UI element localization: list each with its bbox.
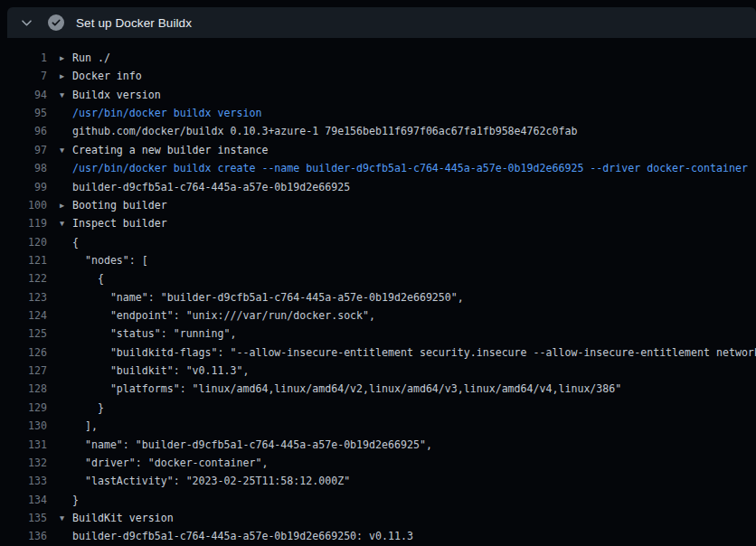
group-label: Booting builder bbox=[72, 199, 167, 212]
log-line: 97▼Creating a new builder instance bbox=[0, 141, 756, 159]
log-line: 130 ], bbox=[0, 417, 756, 435]
line-number[interactable]: 123 bbox=[0, 288, 47, 306]
line-number[interactable]: 130 bbox=[0, 417, 47, 435]
log-output-text: "name": "builder-d9cfb5a1-c764-445a-a57e… bbox=[60, 436, 432, 454]
line-number[interactable]: 136 bbox=[0, 527, 47, 545]
line-number[interactable]: 124 bbox=[0, 306, 47, 325]
line-number[interactable]: 7 bbox=[0, 67, 47, 85]
log-line: 96github.com/docker/buildx 0.10.3+azure-… bbox=[0, 122, 756, 140]
line-number[interactable]: 120 bbox=[0, 233, 47, 251]
triangle-down-icon: ▼ bbox=[60, 86, 72, 104]
group-label: Inspect builder bbox=[72, 217, 167, 230]
actions-log-viewer: Set up Docker Buildx 1▶Run ./7▶Docker in… bbox=[0, 0, 756, 546]
log-command-text: /usr/bin/docker buildx create --name bui… bbox=[60, 159, 748, 177]
log-line: 121 "nodes": [ bbox=[0, 251, 756, 269]
line-number[interactable]: 131 bbox=[0, 436, 47, 454]
log-output-text: "nodes": [ bbox=[60, 251, 148, 269]
triangle-right-icon: ▶ bbox=[60, 67, 72, 85]
step-header[interactable]: Set up Docker Buildx bbox=[7, 7, 756, 38]
group-label: Creating a new builder instance bbox=[72, 144, 268, 156]
log-line: 135▼BuildKit version bbox=[0, 509, 756, 527]
log-line: 7▶Docker info bbox=[0, 67, 756, 85]
line-number[interactable]: 128 bbox=[0, 380, 47, 398]
log-group-toggle[interactable]: ▼Inspect builder bbox=[60, 214, 167, 232]
line-number[interactable]: 94 bbox=[0, 86, 47, 104]
log-output-text: github.com/docker/buildx 0.10.3+azure-1 … bbox=[60, 122, 577, 140]
line-number[interactable]: 127 bbox=[0, 362, 47, 380]
group-label: Run ./ bbox=[72, 52, 110, 64]
log-line: 1▶Run ./ bbox=[0, 49, 756, 67]
line-number[interactable]: 134 bbox=[0, 491, 47, 509]
log-line: 124 "endpoint": "unix:///var/run/docker.… bbox=[0, 306, 756, 325]
line-number[interactable]: 119 bbox=[0, 214, 47, 232]
log-line: 133 "lastActivity": "2023-02-25T11:58:12… bbox=[0, 472, 756, 490]
group-label: Docker info bbox=[72, 70, 142, 82]
line-number[interactable]: 95 bbox=[0, 104, 47, 122]
line-number[interactable]: 98 bbox=[0, 159, 47, 177]
line-number[interactable]: 135 bbox=[0, 509, 47, 527]
log-line: 126 "buildkitd-flags": "--allow-insecure… bbox=[0, 344, 756, 362]
log-group-toggle[interactable]: ▼BuildKit version bbox=[60, 509, 174, 527]
log-line: 134} bbox=[0, 491, 756, 509]
line-number[interactable]: 133 bbox=[0, 472, 47, 490]
line-number[interactable]: 121 bbox=[0, 251, 47, 269]
log-line: 95/usr/bin/docker buildx version bbox=[0, 104, 756, 122]
line-number[interactable]: 129 bbox=[0, 399, 47, 417]
step-title: Set up Docker Buildx bbox=[76, 16, 192, 30]
line-number[interactable]: 97 bbox=[0, 141, 47, 159]
log-output-text: "buildkitd-flags": "--allow-insecure-ent… bbox=[60, 344, 756, 362]
log-lines: 1▶Run ./7▶Docker info94▼Buildx version95… bbox=[0, 38, 756, 546]
line-number[interactable]: 99 bbox=[0, 178, 47, 196]
group-label: BuildKit version bbox=[72, 512, 174, 524]
line-number[interactable]: 132 bbox=[0, 454, 47, 472]
log-line: 132 "driver": "docker-container", bbox=[0, 454, 756, 472]
log-output-text: "buildkit": "v0.11.3", bbox=[60, 362, 249, 380]
triangle-right-icon: ▶ bbox=[60, 196, 72, 214]
log-line: 120{ bbox=[0, 233, 756, 251]
log-line: 136builder-d9cfb5a1-c764-445a-a57e-0b19d… bbox=[0, 527, 756, 545]
log-output-text: "status": "running", bbox=[60, 325, 236, 343]
log-output-text: "driver": "docker-container", bbox=[60, 454, 268, 472]
log-line: 98/usr/bin/docker buildx create --name b… bbox=[0, 159, 756, 177]
log-line: 131 "name": "builder-d9cfb5a1-c764-445a-… bbox=[0, 436, 756, 454]
line-number[interactable]: 125 bbox=[0, 325, 47, 343]
line-number[interactable]: 1 bbox=[0, 49, 47, 67]
line-number[interactable]: 96 bbox=[0, 122, 47, 140]
log-command-text: /usr/bin/docker buildx version bbox=[60, 104, 261, 122]
log-output-text: builder-d9cfb5a1-c764-445a-a57e-0b19d2e6… bbox=[60, 178, 350, 196]
log-line: 125 "status": "running", bbox=[0, 325, 756, 343]
triangle-down-icon: ▼ bbox=[60, 141, 72, 159]
log-group-toggle[interactable]: ▶Run ./ bbox=[60, 49, 110, 67]
log-line: 122 { bbox=[0, 269, 756, 287]
log-line: 119▼Inspect builder bbox=[0, 214, 756, 232]
line-number[interactable]: 100 bbox=[0, 196, 47, 214]
log-group-toggle[interactable]: ▶Booting builder bbox=[60, 196, 167, 214]
log-line: 100▶Booting builder bbox=[0, 196, 756, 214]
log-output-text: ], bbox=[60, 417, 98, 435]
log-group-toggle[interactable]: ▶Docker info bbox=[60, 67, 142, 85]
log-group-toggle[interactable]: ▼Creating a new builder instance bbox=[60, 141, 268, 159]
chevron-down-icon[interactable] bbox=[19, 15, 33, 30]
check-circle-icon bbox=[48, 14, 64, 31]
line-number[interactable]: 122 bbox=[0, 269, 47, 287]
line-number[interactable]: 126 bbox=[0, 344, 47, 362]
log-output-text: } bbox=[60, 399, 104, 417]
log-group-toggle[interactable]: ▼Buildx version bbox=[60, 86, 161, 104]
log-line: 128 "platforms": "linux/amd64,linux/amd6… bbox=[0, 380, 756, 398]
log-output-text: "platforms": "linux/amd64,linux/amd64/v2… bbox=[60, 380, 621, 398]
log-output-text: "name": "builder-d9cfb5a1-c764-445a-a57e… bbox=[60, 288, 464, 306]
log-output-text: { bbox=[60, 269, 104, 287]
log-output-text: { bbox=[60, 233, 79, 251]
triangle-down-icon: ▼ bbox=[60, 509, 72, 527]
log-line: 99builder-d9cfb5a1-c764-445a-a57e-0b19d2… bbox=[0, 178, 756, 196]
group-label: Buildx version bbox=[72, 89, 161, 101]
triangle-right-icon: ▶ bbox=[60, 49, 72, 67]
log-output-text: } bbox=[60, 491, 79, 509]
log-line: 129 } bbox=[0, 399, 756, 417]
triangle-down-icon: ▼ bbox=[60, 214, 72, 232]
log-output-text: builder-d9cfb5a1-c764-445a-a57e-0b19d2e6… bbox=[60, 527, 413, 545]
log-line: 123 "name": "builder-d9cfb5a1-c764-445a-… bbox=[0, 288, 756, 306]
log-output-text: "endpoint": "unix:///var/run/docker.sock… bbox=[60, 306, 375, 325]
log-line: 127 "buildkit": "v0.11.3", bbox=[0, 362, 756, 380]
log-output-text: "lastActivity": "2023-02-25T11:58:12.000… bbox=[60, 472, 350, 490]
